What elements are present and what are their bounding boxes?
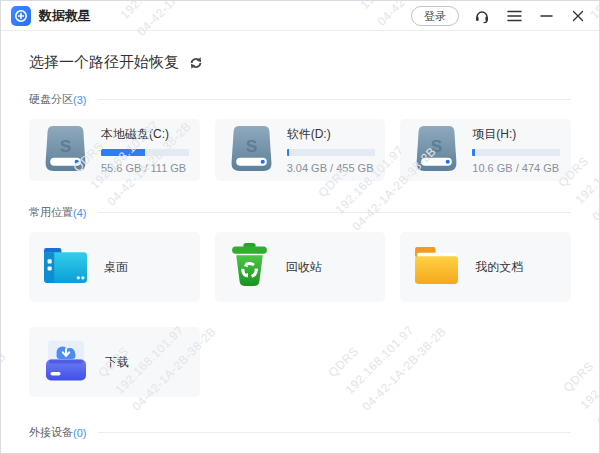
locations-grid: 桌面 回收 xyxy=(29,232,571,407)
location-card-documents[interactable]: 我的文档 xyxy=(400,232,571,302)
section-label: 常用位置 xyxy=(29,205,73,220)
login-button[interactable]: 登录 xyxy=(411,6,459,26)
section-external-header: 外接设备(0) xyxy=(29,425,571,440)
documents-folder-icon xyxy=(414,246,459,289)
location-card-desktop[interactable]: 桌面 xyxy=(29,232,200,302)
drive-usage: 55.6 GB / 111 GB xyxy=(101,162,189,174)
usage-progress-bar xyxy=(101,149,189,156)
download-tray-icon xyxy=(43,339,89,386)
page-title: 选择一个路径开始恢复 xyxy=(29,53,179,72)
section-label: 外接设备 xyxy=(29,425,73,440)
drive-name: 软件(D:) xyxy=(287,126,375,143)
location-label: 我的文档 xyxy=(475,259,523,276)
location-card-downloads[interactable]: 下载 xyxy=(29,327,200,397)
svg-text:S: S xyxy=(431,135,443,155)
divider xyxy=(98,99,571,100)
desktop-folder-icon xyxy=(43,246,88,289)
close-icon[interactable] xyxy=(569,7,587,25)
drive-name: 项目(H:) xyxy=(472,126,560,143)
drive-card-h[interactable]: S 项目(H:) 10.6 GB / 474 GB xyxy=(400,119,571,181)
section-count: (3) xyxy=(73,94,86,106)
refresh-icon[interactable] xyxy=(189,56,203,70)
location-label: 下载 xyxy=(105,354,129,371)
section-label: 硬盘分区 xyxy=(29,92,73,107)
divider xyxy=(98,432,571,433)
usage-progress-fill xyxy=(472,149,474,156)
location-card-recycle-bin[interactable]: 回收站 xyxy=(215,232,386,302)
drive-name: 本地磁盘(C:) xyxy=(101,126,189,143)
section-count: (4) xyxy=(73,207,86,219)
drive-usage: 3.04 GB / 455 GB xyxy=(287,162,375,174)
main-content: 选择一个路径开始恢复 硬盘分区(3) xyxy=(1,31,599,440)
location-label: 回收站 xyxy=(286,259,322,276)
section-partitions-header: 硬盘分区(3) xyxy=(29,92,571,107)
app-title: 数据救星 xyxy=(39,7,91,25)
usage-progress-bar xyxy=(287,149,375,156)
hamburger-menu-icon[interactable] xyxy=(505,7,523,25)
partitions-grid: S 本地磁盘(C:) 55.6 GB / 111 GB xyxy=(29,119,571,181)
usage-progress-bar xyxy=(472,149,560,156)
drive-usage: 10.6 GB / 474 GB xyxy=(472,162,560,174)
svg-text:S: S xyxy=(245,135,257,155)
hard-drive-icon: S xyxy=(229,125,274,176)
svg-text:S: S xyxy=(60,135,72,155)
usage-progress-fill xyxy=(287,149,289,156)
section-locations-header: 常用位置(4) xyxy=(29,205,571,220)
titlebar: 数据救星 登录 xyxy=(1,1,599,31)
titlebar-controls: 登录 xyxy=(411,6,587,26)
recycle-bin-icon xyxy=(229,243,270,292)
app-window: 数据救星 登录 xyxy=(0,0,600,454)
divider xyxy=(98,212,571,213)
hard-drive-icon: S xyxy=(43,125,88,176)
headset-support-icon[interactable] xyxy=(473,7,491,25)
app-logo-icon xyxy=(11,6,31,26)
hard-drive-icon: S xyxy=(414,125,459,176)
drive-card-d[interactable]: S 软件(D:) 3.04 GB / 455 GB xyxy=(215,119,386,181)
section-count: (0) xyxy=(73,427,86,439)
minimize-icon[interactable] xyxy=(537,7,555,25)
usage-progress-fill xyxy=(101,149,145,156)
location-label: 桌面 xyxy=(104,259,128,276)
drive-card-c[interactable]: S 本地磁盘(C:) 55.6 GB / 111 GB xyxy=(29,119,200,181)
